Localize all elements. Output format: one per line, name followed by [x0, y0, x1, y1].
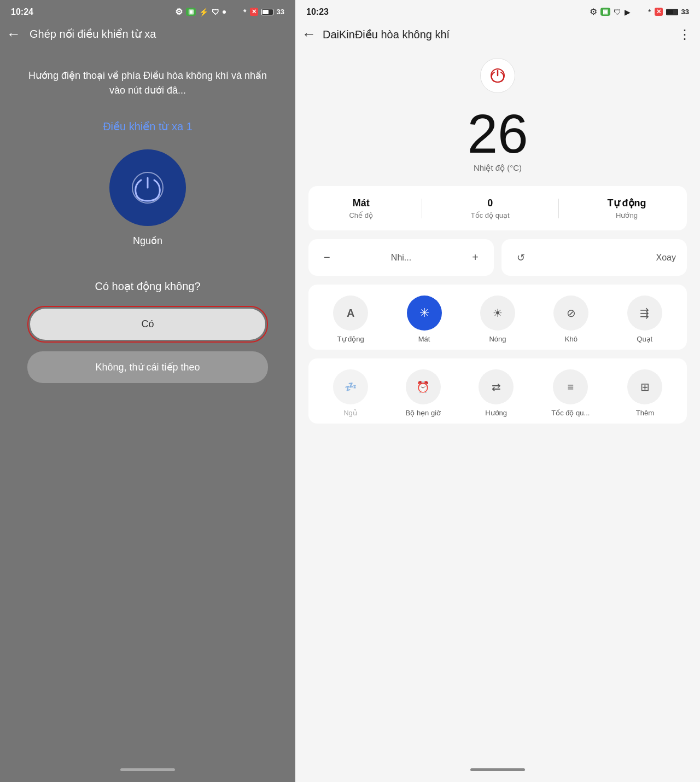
- mode-tu-dong[interactable]: A Tự động: [333, 296, 368, 343]
- them-circle: ⊞: [627, 369, 662, 404]
- bottom-ngu[interactable]: 💤 Ngủ: [333, 369, 368, 417]
- nhiet-do-minus[interactable]: −: [319, 249, 335, 266]
- more-button[interactable]: ⋮: [678, 27, 691, 42]
- control-row: − Nhi... + ↺ Xoay: [308, 239, 687, 276]
- time-right: 10:23: [306, 7, 329, 17]
- ngu-icon: 💤: [345, 381, 357, 393]
- nhiet-do-label: Nhi...: [391, 253, 411, 263]
- mode-kho[interactable]: ⊘ Khô: [553, 296, 588, 343]
- play-icon-right: ▶: [625, 8, 631, 16]
- mode-kho-circle: ⊘: [553, 296, 588, 331]
- kho-icon: ⊘: [567, 306, 576, 320]
- mode-row: Mát Chế độ 0 Tốc độ quạt Tự động Hướng: [308, 186, 687, 230]
- che-do-value: Mát: [349, 198, 372, 209]
- toc-do-label: Tốc độ quạt: [471, 211, 510, 219]
- bottom-bar-left: [120, 768, 175, 771]
- green-app-icon-right: ▣: [600, 8, 610, 16]
- huong-circle: ⇄: [479, 369, 514, 404]
- nav-bar-right-left: ← DaiKinĐiều hòa không khí: [302, 26, 450, 43]
- mode-icons-row: A Tự động ✳ Mát ☀ Nóng ⊘: [308, 285, 687, 350]
- back-button-left[interactable]: ←: [7, 27, 21, 41]
- che-do-label: Chế độ: [349, 211, 372, 219]
- mode-quat-circle: ⇶: [627, 296, 662, 331]
- toc-do-icon: ≡: [567, 381, 574, 393]
- back-button-right[interactable]: ←: [302, 26, 316, 43]
- quat-icon: ⇶: [640, 306, 649, 320]
- bottom-toc-do[interactable]: ≡ Tốc độ qu...: [551, 369, 590, 417]
- signal-dot: [223, 10, 226, 14]
- bottom-them[interactable]: ⊞ Thêm: [627, 369, 662, 417]
- hen-gio-label: Bộ hẹn giờ: [406, 409, 441, 417]
- instruction-text: Hướng điện thoại về phía Điều hòa không …: [0, 47, 295, 109]
- shield-icon: 🛡: [212, 8, 219, 16]
- bottom-icons-section: 💤 Ngủ ⏰ Bộ hẹn giờ ⇄ Hướng: [308, 358, 687, 424]
- che-do-item[interactable]: Mát Chế độ: [349, 198, 372, 219]
- ac-power-button[interactable]: [480, 58, 515, 93]
- power-btn-container: Nguồn: [0, 149, 295, 247]
- tu-dong-icon: A: [347, 307, 354, 320]
- green-app-icon: ▣: [186, 8, 196, 16]
- left-panel: 10:24 ⚙ ▣ ⚡ 🛡 * ✕ 33 ← Ghép n: [0, 0, 295, 782]
- ngu-label: Ngủ: [343, 409, 357, 417]
- bottom-bar-right: [470, 768, 525, 771]
- battery-icon-right: [666, 9, 678, 15]
- shield-icon-right: 🛡: [614, 8, 621, 16]
- bluetooth-icon: ⚡: [199, 8, 208, 16]
- battery-icon-left: [261, 9, 273, 15]
- co-button[interactable]: Có: [30, 309, 265, 340]
- mode-mat[interactable]: ✳ Mát: [407, 296, 442, 343]
- temperature-unit: Nhiệt độ (°C): [308, 163, 687, 173]
- bluetooth-right-icon: *: [243, 8, 246, 16]
- xoay-label: Xoay: [656, 253, 676, 263]
- hen-gio-icon: ⏰: [416, 380, 430, 393]
- mode-quat[interactable]: ⇶ Quạt: [627, 296, 662, 343]
- x-icon-right: ✕: [655, 8, 663, 16]
- status-bar-left: 10:24 ⚙ ▣ ⚡ 🛡 * ✕ 33: [0, 0, 295, 21]
- mode-nong-circle: ☀: [480, 296, 515, 331]
- mode-tu-dong-circle: A: [333, 296, 368, 331]
- battery-level-right: 33: [681, 8, 689, 16]
- mode-mat-circle: ✳: [407, 296, 442, 331]
- power-icon-svg: [489, 67, 506, 84]
- huong-label: Hướng: [608, 211, 646, 219]
- nav-bar-right: ← DaiKinĐiều hòa không khí ⋮: [295, 21, 700, 47]
- bottom-hen-gio[interactable]: ⏰ Bộ hẹn giờ: [406, 369, 441, 417]
- power-svg-icon: [130, 170, 165, 205]
- question-text: Có hoạt động không?: [0, 280, 295, 293]
- them-icon: ⊞: [640, 380, 650, 393]
- page-title-right: DaiKinĐiều hòa không khí: [323, 28, 450, 41]
- toc-do-bottom-label: Tốc độ qu...: [551, 409, 590, 417]
- ngu-circle: 💤: [333, 369, 368, 404]
- xoay-control[interactable]: ↺ Xoay: [501, 239, 687, 276]
- ac-content: 26 Nhiệt độ (°C) Mát Chế độ 0 Tốc độ quạ…: [295, 47, 700, 782]
- quat-label: Quạt: [637, 335, 652, 343]
- hen-gio-circle: ⏰: [406, 369, 441, 404]
- status-bar-right: 10:23 ⚙ ▣ 🛡 ▶ * ✕ 33: [295, 0, 700, 21]
- status-icons-left: ⚙ ▣ ⚡ 🛡 * ✕ 33: [175, 7, 284, 17]
- mat-label: Mát: [418, 335, 430, 343]
- mode-divider-2: [558, 199, 559, 218]
- bottom-huong[interactable]: ⇄ Hướng: [479, 369, 514, 417]
- no-button[interactable]: Không, thử cái tiếp theo: [27, 351, 268, 383]
- toc-do-item[interactable]: 0 Tốc độ quạt: [471, 198, 510, 219]
- settings-icon-right: ⚙: [590, 7, 597, 17]
- temperature-value: 26: [308, 106, 687, 161]
- mat-icon: ✳: [419, 306, 429, 320]
- settings-icon: ⚙: [175, 7, 183, 17]
- power-icon-row: [308, 58, 687, 93]
- battery-level-left: 33: [277, 8, 284, 16]
- nhiet-do-control[interactable]: − Nhi... +: [308, 239, 494, 276]
- nguon-label: Nguồn: [133, 235, 162, 247]
- power-circle-button[interactable]: [109, 149, 186, 226]
- bluetooth-right2-icon: *: [648, 8, 651, 16]
- huong-bottom-icon: ⇄: [492, 380, 501, 393]
- toc-do-circle: ≡: [553, 369, 588, 404]
- time-left: 10:24: [11, 7, 33, 17]
- huong-item[interactable]: Tự động Hướng: [608, 197, 646, 219]
- status-icons-right: ⚙ ▣ 🛡 ▶ * ✕ 33: [590, 7, 689, 17]
- mode-nong[interactable]: ☀ Nóng: [480, 296, 515, 343]
- page-title-left: Ghép nối điều khiển từ xa: [30, 27, 156, 40]
- remote-label[interactable]: Điều khiển từ xa 1: [0, 120, 295, 133]
- nhiet-do-plus[interactable]: +: [468, 249, 483, 266]
- tu-dong-label: Tự động: [337, 335, 364, 343]
